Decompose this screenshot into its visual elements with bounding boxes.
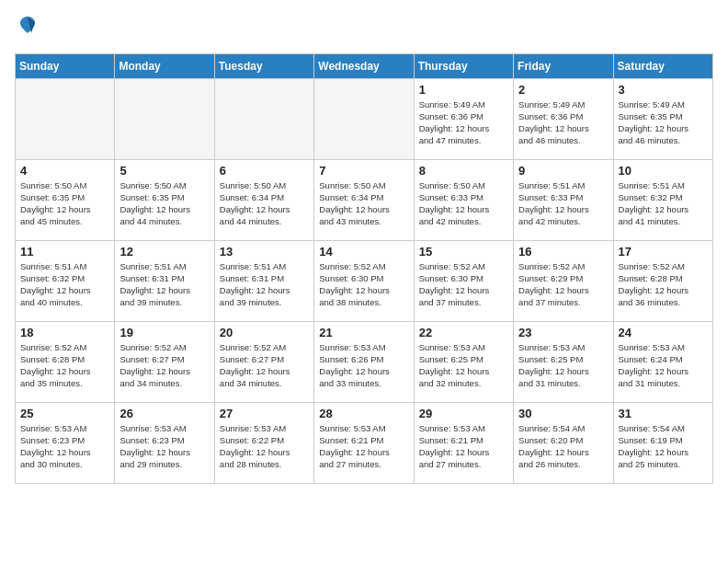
day-info: Sunrise: 5:51 AM Sunset: 6:31 PM Dayligh… — [220, 260, 309, 309]
calendar-cell: 3Sunrise: 5:49 AM Sunset: 6:35 PM Daylig… — [613, 78, 712, 159]
day-info: Sunrise: 5:51 AM Sunset: 6:31 PM Dayligh… — [119, 260, 209, 309]
day-number: 1 — [419, 83, 508, 97]
day-info: Sunrise: 5:50 AM Sunset: 6:34 PM Dayligh… — [319, 179, 408, 228]
calendar-cell: 2Sunrise: 5:49 AM Sunset: 6:36 PM Daylig… — [514, 78, 613, 159]
day-info: Sunrise: 5:51 AM Sunset: 6:32 PM Dayligh… — [619, 179, 708, 228]
calendar-cell — [16, 78, 115, 159]
calendar-cell: 1Sunrise: 5:49 AM Sunset: 6:36 PM Daylig… — [414, 78, 513, 159]
day-number: 24 — [619, 326, 708, 339]
calendar-table: SundayMondayTuesdayWednesdayThursdayFrid… — [15, 53, 713, 484]
day-number: 23 — [518, 326, 608, 339]
day-info: Sunrise: 5:50 AM Sunset: 6:35 PM Dayligh… — [20, 179, 109, 228]
day-number: 31 — [619, 407, 708, 420]
calendar-cell: 10Sunrise: 5:51 AM Sunset: 6:32 PM Dayli… — [613, 159, 712, 240]
day-info: Sunrise: 5:53 AM Sunset: 6:24 PM Dayligh… — [619, 341, 708, 390]
day-number: 29 — [419, 407, 508, 420]
day-header-sunday: Sunday — [16, 53, 115, 78]
day-number: 15 — [419, 245, 508, 259]
calendar-cell: 31Sunrise: 5:54 AM Sunset: 6:19 PM Dayli… — [613, 402, 712, 483]
calendar-cell: 6Sunrise: 5:50 AM Sunset: 6:34 PM Daylig… — [214, 159, 313, 240]
calendar-cell — [115, 78, 214, 159]
day-info: Sunrise: 5:49 AM Sunset: 6:36 PM Dayligh… — [419, 98, 508, 147]
calendar-header: SundayMondayTuesdayWednesdayThursdayFrid… — [16, 53, 713, 78]
day-info: Sunrise: 5:52 AM Sunset: 6:30 PM Dayligh… — [419, 260, 508, 309]
calendar-week-1: 1Sunrise: 5:49 AM Sunset: 6:36 PM Daylig… — [16, 78, 713, 159]
day-header-wednesday: Wednesday — [314, 53, 414, 78]
day-info: Sunrise: 5:52 AM Sunset: 6:30 PM Dayligh… — [319, 260, 408, 309]
calendar-cell: 17Sunrise: 5:52 AM Sunset: 6:28 PM Dayli… — [613, 240, 712, 321]
calendar-cell — [314, 78, 414, 159]
day-number: 30 — [518, 407, 608, 420]
calendar-cell — [214, 78, 313, 159]
calendar-cell: 5Sunrise: 5:50 AM Sunset: 6:35 PM Daylig… — [115, 159, 214, 240]
day-number: 16 — [518, 245, 608, 259]
calendar-week-2: 4Sunrise: 5:50 AM Sunset: 6:35 PM Daylig… — [16, 159, 713, 240]
calendar-cell: 26Sunrise: 5:53 AM Sunset: 6:23 PM Dayli… — [115, 402, 214, 483]
day-number: 19 — [119, 326, 209, 339]
day-number: 9 — [518, 164, 608, 178]
logo-text — [15, 15, 39, 42]
day-info: Sunrise: 5:50 AM Sunset: 6:33 PM Dayligh… — [419, 179, 508, 228]
day-number: 6 — [220, 164, 309, 178]
calendar-week-5: 25Sunrise: 5:53 AM Sunset: 6:23 PM Dayli… — [16, 402, 713, 483]
day-info: Sunrise: 5:54 AM Sunset: 6:20 PM Dayligh… — [518, 422, 608, 471]
day-number: 25 — [20, 407, 109, 420]
day-number: 26 — [119, 407, 209, 420]
calendar-cell: 20Sunrise: 5:52 AM Sunset: 6:27 PM Dayli… — [214, 321, 313, 402]
calendar-cell: 11Sunrise: 5:51 AM Sunset: 6:32 PM Dayli… — [16, 240, 115, 321]
day-info: Sunrise: 5:50 AM Sunset: 6:34 PM Dayligh… — [220, 179, 309, 228]
day-number: 2 — [518, 83, 608, 97]
logo — [15, 15, 39, 42]
day-number: 20 — [220, 326, 309, 339]
day-number: 18 — [20, 326, 109, 339]
day-info: Sunrise: 5:53 AM Sunset: 6:23 PM Dayligh… — [119, 422, 209, 471]
calendar-cell: 12Sunrise: 5:51 AM Sunset: 6:31 PM Dayli… — [115, 240, 214, 321]
day-header-tuesday: Tuesday — [214, 53, 313, 78]
calendar-cell: 14Sunrise: 5:52 AM Sunset: 6:30 PM Dayli… — [314, 240, 414, 321]
header-row: SundayMondayTuesdayWednesdayThursdayFrid… — [16, 53, 713, 78]
day-info: Sunrise: 5:50 AM Sunset: 6:35 PM Dayligh… — [119, 179, 209, 228]
day-info: Sunrise: 5:53 AM Sunset: 6:21 PM Dayligh… — [419, 422, 508, 471]
calendar-cell: 25Sunrise: 5:53 AM Sunset: 6:23 PM Dayli… — [16, 402, 115, 483]
day-info: Sunrise: 5:52 AM Sunset: 6:28 PM Dayligh… — [20, 341, 109, 390]
day-header-saturday: Saturday — [613, 53, 712, 78]
day-number: 17 — [619, 245, 708, 259]
day-number: 27 — [220, 407, 309, 420]
day-info: Sunrise: 5:53 AM Sunset: 6:21 PM Dayligh… — [319, 422, 408, 471]
day-number: 21 — [319, 326, 408, 339]
calendar-cell: 18Sunrise: 5:52 AM Sunset: 6:28 PM Dayli… — [16, 321, 115, 402]
day-info: Sunrise: 5:54 AM Sunset: 6:19 PM Dayligh… — [619, 422, 708, 471]
calendar-cell: 16Sunrise: 5:52 AM Sunset: 6:29 PM Dayli… — [514, 240, 613, 321]
calendar-cell: 4Sunrise: 5:50 AM Sunset: 6:35 PM Daylig… — [16, 159, 115, 240]
day-info: Sunrise: 5:52 AM Sunset: 6:27 PM Dayligh… — [119, 341, 209, 390]
calendar-cell: 15Sunrise: 5:52 AM Sunset: 6:30 PM Dayli… — [414, 240, 513, 321]
day-info: Sunrise: 5:53 AM Sunset: 6:26 PM Dayligh… — [319, 341, 408, 390]
day-number: 3 — [619, 83, 708, 97]
calendar-cell: 30Sunrise: 5:54 AM Sunset: 6:20 PM Dayli… — [514, 402, 613, 483]
day-number: 11 — [20, 245, 109, 259]
calendar-cell: 9Sunrise: 5:51 AM Sunset: 6:33 PM Daylig… — [514, 159, 613, 240]
day-info: Sunrise: 5:53 AM Sunset: 6:23 PM Dayligh… — [20, 422, 109, 471]
calendar-cell: 22Sunrise: 5:53 AM Sunset: 6:25 PM Dayli… — [414, 321, 513, 402]
day-header-monday: Monday — [115, 53, 214, 78]
day-info: Sunrise: 5:49 AM Sunset: 6:35 PM Dayligh… — [619, 98, 708, 147]
day-header-thursday: Thursday — [414, 53, 513, 78]
calendar-cell: 28Sunrise: 5:53 AM Sunset: 6:21 PM Dayli… — [314, 402, 414, 483]
day-number: 28 — [319, 407, 408, 420]
calendar-week-4: 18Sunrise: 5:52 AM Sunset: 6:28 PM Dayli… — [16, 321, 713, 402]
day-info: Sunrise: 5:52 AM Sunset: 6:29 PM Dayligh… — [518, 260, 608, 309]
calendar-week-3: 11Sunrise: 5:51 AM Sunset: 6:32 PM Dayli… — [16, 240, 713, 321]
day-number: 13 — [220, 245, 309, 259]
calendar-cell: 24Sunrise: 5:53 AM Sunset: 6:24 PM Dayli… — [613, 321, 712, 402]
day-number: 4 — [20, 164, 109, 178]
day-number: 5 — [119, 164, 209, 178]
calendar-cell: 13Sunrise: 5:51 AM Sunset: 6:31 PM Dayli… — [214, 240, 313, 321]
day-info: Sunrise: 5:53 AM Sunset: 6:22 PM Dayligh… — [220, 422, 309, 471]
calendar-cell: 29Sunrise: 5:53 AM Sunset: 6:21 PM Dayli… — [414, 402, 513, 483]
day-info: Sunrise: 5:52 AM Sunset: 6:27 PM Dayligh… — [220, 341, 309, 390]
day-number: 22 — [419, 326, 508, 339]
calendar-cell: 21Sunrise: 5:53 AM Sunset: 6:26 PM Dayli… — [314, 321, 414, 402]
day-info: Sunrise: 5:49 AM Sunset: 6:36 PM Dayligh… — [518, 98, 608, 147]
day-info: Sunrise: 5:53 AM Sunset: 6:25 PM Dayligh… — [419, 341, 508, 390]
day-number: 8 — [419, 164, 508, 178]
